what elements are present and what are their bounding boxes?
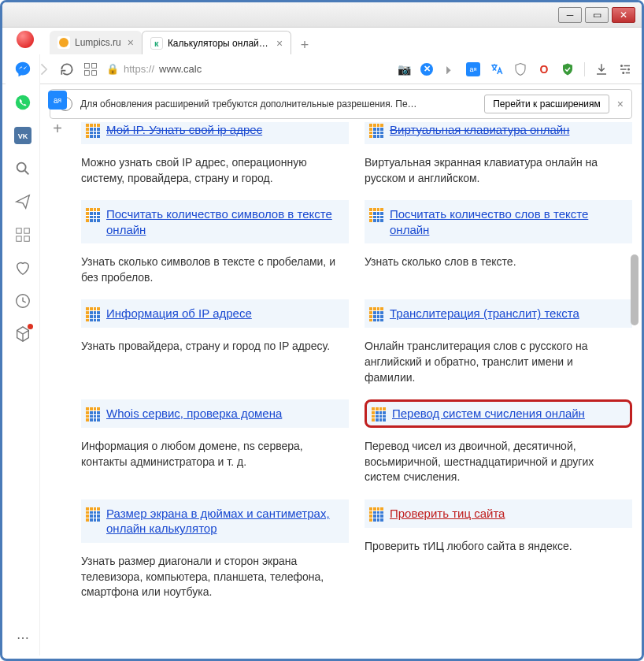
card-title-link[interactable]: Мой IP. Узнать свой ip адрес [106,122,262,138]
card-description: Онлайн транслитерация слов с русского на… [365,339,632,385]
grid-icon [86,307,100,321]
card-description: Узнать сколько символов в тексте с пробе… [81,254,349,285]
extension-notification-bar: i Для обновления расширений требуются до… [50,89,632,119]
tab-title: Lumpics.ru [75,37,121,48]
window-titlebar: ─ ▭ ✕ [2,2,642,28]
shield-outline-icon[interactable] [513,62,527,76]
easy-setup-icon[interactable] [618,62,632,76]
more-icon[interactable]: ⋯ [14,629,31,646]
tab-close-icon[interactable]: × [276,37,283,50]
translate-icon[interactable] [490,62,504,76]
new-tab-button[interactable]: + [294,35,315,54]
card-title-link[interactable]: Посчитать количество символов в тексте о… [106,206,344,237]
grid-icon [372,407,386,421]
svg-point-0 [59,38,68,47]
search-icon[interactable] [14,160,31,177]
card-description: Узнать провайдера, страну и город по IP … [81,339,349,355]
notification-text: Для обновления расширений требуются допо… [80,98,476,110]
browser-toolbar: 🔒 https://www.calc 📷 ✕ ⏵ aя O [2,54,642,84]
separator [584,62,585,76]
card-header: Перевод систем счисления онлайн [365,399,632,428]
speed-dial-button[interactable] [83,61,98,77]
translate-badge-icon[interactable]: aя [48,91,67,110]
card-header: Размер экрана в дюймах и сантиметрах, он… [81,499,349,543]
add-button[interactable]: + [48,119,67,138]
tool-card: Посчитать количество слов в тексте онлай… [365,200,632,292]
tab-close-icon[interactable]: × [128,36,134,49]
notification-close-icon[interactable]: × [617,98,624,110]
svg-point-5 [620,65,623,67]
send-icon[interactable] [14,193,31,210]
grid-icon [369,507,383,522]
tool-card: Информация об IP адресеУзнать провайдера… [81,299,349,392]
speed-dial-icon[interactable] [14,226,31,243]
vk-icon[interactable]: VK [14,127,31,144]
card-title-link[interactable]: Транслитерация (транслит) текста [390,306,579,321]
card-title-link[interactable]: Информация об IP адресе [106,306,252,321]
grid-icon [369,307,383,321]
scrollbar-thumb[interactable] [631,254,638,325]
messenger-icon[interactable] [14,61,31,78]
go-to-extensions-button[interactable]: Перейти к расширениям [484,95,609,113]
card-title-link[interactable]: Размер экрана в дюймах и сантиметрах, он… [106,506,344,537]
grid-icon [86,507,100,522]
opera-logo-icon[interactable] [17,31,34,48]
card-title-link[interactable]: Виртуальная клавиатура онлайн [390,122,569,138]
svg-rect-15 [24,236,28,241]
lock-icon: 🔒 [106,63,119,75]
card-description: Узнать сколько слов в тексте. [365,254,632,270]
svg-rect-12 [16,228,20,233]
address-host: www.calc [159,63,202,75]
screenshot-icon[interactable]: 📷 [397,62,411,76]
window-maximize-button[interactable]: ▭ [585,7,609,23]
svg-point-11 [17,163,25,172]
card-header: Посчитать количество символов в тексте о… [81,200,349,243]
tool-card: Размер экрана в дюймах и сантиметрах, он… [81,499,349,607]
card-header: Мой IP. Узнать свой ip адрес [81,122,349,144]
extensions-icon[interactable] [14,325,31,343]
tool-card: Перевод систем счисления онлайнПеревод ч… [365,399,632,492]
card-header: Транслитерация (транслит) текста [365,299,632,328]
svg-point-7 [622,72,624,74]
address-bar[interactable]: 🔒 https://www.calc [106,63,202,75]
card-title-link[interactable]: Whois сервис, проверка домена [106,406,282,421]
card-description: Можно узнать свой IP адрес, операционную… [81,155,349,186]
grid-icon [369,208,383,222]
grid-icon [86,407,100,421]
adblock-icon[interactable]: O [537,62,551,76]
heart-icon[interactable] [14,259,31,277]
card-description: Информация о любом домене, ns сервера, к… [81,439,349,470]
favicon-icon [57,36,70,49]
step-icon[interactable]: ⏵ [442,62,457,76]
svg-rect-2 [92,63,97,68]
toolbar-extensions: 📷 ✕ ⏵ aя O [397,62,632,76]
address-protocol: https:// [124,63,154,75]
grid-icon [86,124,100,138]
card-title-link[interactable]: Посчитать количество слов в тексте онлай… [390,206,627,237]
window-close-button[interactable]: ✕ [612,7,635,23]
shield-green-icon[interactable] [561,62,575,76]
download-icon[interactable] [594,62,609,76]
page-content: Мой IP. Узнать свой ip адресМожно узнать… [81,122,632,655]
svg-rect-14 [16,236,20,241]
tab-lumpics[interactable]: Lumpics.ru × [50,31,142,54]
card-title-link[interactable]: Проверить тиц сайта [390,506,505,522]
window-minimize-button[interactable]: ─ [558,7,582,23]
extension-x-icon[interactable]: ✕ [420,63,433,76]
whatsapp-icon[interactable] [14,94,31,111]
translate-ext-icon[interactable]: aя [466,62,480,76]
card-description: Узнать размер диагонали и сторон экрана … [81,554,349,600]
card-title-link[interactable]: Перевод систем счисления онлайн [392,406,585,421]
svg-point-6 [627,68,630,70]
history-icon[interactable] [14,292,31,310]
tab-calc[interactable]: к Калькуляторы онлайн, спр × [142,31,291,54]
tool-card: Whois сервис, проверка доменаИнформация … [81,399,349,492]
svg-rect-4 [92,70,97,75]
card-description: Виртуальная экранная клавиатура онлайн н… [365,155,632,186]
card-description: Проверить тИЦ любого сайта в яндексе. [365,539,632,555]
nav-reload-button[interactable] [59,61,75,77]
svg-rect-1 [85,63,90,68]
card-header: Виртуальная клавиатура онлайн [365,122,632,144]
tool-card: Транслитерация (транслит) текстаОнлайн т… [365,299,632,392]
svg-rect-3 [85,70,90,75]
